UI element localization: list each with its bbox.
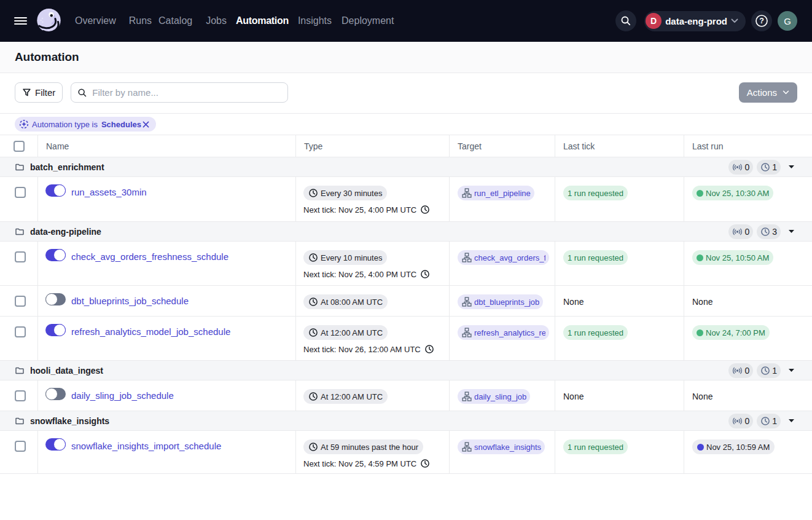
svg-text:?: ? <box>759 17 764 25</box>
